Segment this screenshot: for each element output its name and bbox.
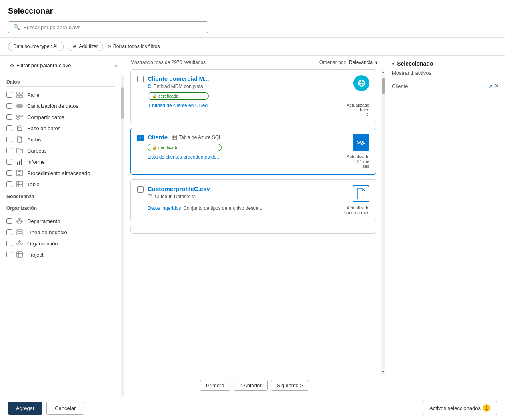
pipeline-label: Canalización de datos <box>27 103 78 109</box>
card2-checkbox[interactable] <box>137 135 144 141</box>
sidebar-item-org[interactable]: Organización <box>6 238 115 249</box>
card3-meta-label: Actualizado <box>344 205 369 210</box>
project-checkbox[interactable] <box>6 252 12 257</box>
panel-checkbox[interactable] <box>6 92 12 98</box>
left-sidebar: ⊘ Filtrar por palabra clave « Datos Pane… <box>0 56 124 396</box>
sidebar-item-archivo[interactable]: Archivo <box>6 134 115 145</box>
archivo-icon <box>16 136 23 143</box>
card1-checkbox[interactable] <box>137 76 144 82</box>
informe-icon <box>16 158 23 165</box>
clear-filters-label: Borrar todos los filtros <box>113 44 160 49</box>
add-filter-button[interactable]: ⊕ Add filter <box>68 42 103 51</box>
keyword-filter-label: Filtrar por palabra clave <box>16 62 71 68</box>
cancelar-button[interactable]: Cancelar <box>46 402 84 415</box>
dept-checkbox[interactable] <box>6 218 12 224</box>
next-page-button[interactable]: Siguiente > <box>271 380 309 391</box>
sidebar-item-panel[interactable]: Panel <box>6 89 115 100</box>
sidebar-item-carpeta[interactable]: Carpeta <box>6 145 115 156</box>
share-checkbox[interactable] <box>6 114 12 120</box>
sidebar-item-project[interactable]: Project <box>6 249 115 260</box>
card3-conjunto: Conjunto de tipos de archivo desde... <box>183 205 262 211</box>
dept-icon <box>16 217 23 225</box>
card2-table-label: Tabla de Azure SQL <box>172 135 222 140</box>
result-card-3[interactable]: CustomerprofileC.csv Clued-in Dataset VI <box>130 179 376 221</box>
sidebar-item-informe[interactable]: Informe <box>6 156 115 167</box>
svg-rect-23 <box>17 221 18 222</box>
tabla-checkbox[interactable] <box>6 181 12 187</box>
pipeline-icon <box>16 102 23 109</box>
data-source-type-filter[interactable]: Data source type : All <box>8 42 64 51</box>
bottom-left: Agregar Cancelar <box>8 402 84 415</box>
svg-rect-38 <box>17 252 22 257</box>
card2-type-icon: SQL <box>353 134 369 151</box>
agregar-button[interactable]: Agregar <box>8 402 42 415</box>
card3-checkbox[interactable] <box>137 186 144 193</box>
svg-rect-31 <box>17 232 22 233</box>
proc-icon <box>16 169 23 177</box>
database-label: Base de datos <box>27 125 60 131</box>
card2-meta: Actualizado 21 me ses <box>347 154 369 169</box>
share-icon <box>16 113 23 121</box>
search-input[interactable] <box>23 24 203 30</box>
sidebar-item-share[interactable]: Compartir datos <box>6 111 115 123</box>
project-icon <box>16 251 23 258</box>
carpeta-checkbox[interactable] <box>6 148 12 153</box>
card3-meta: Actualizado hace un mes <box>344 205 369 215</box>
add-filter-label: Add filter <box>79 44 98 49</box>
linea-checkbox[interactable] <box>6 229 12 235</box>
database-icon <box>16 125 23 132</box>
card1-meta-label2: hace <box>347 107 369 112</box>
card1-meta-label: Actualizado <box>347 103 369 107</box>
clear-filters-button[interactable]: ⊘ Borrar todos los filtros <box>107 44 160 49</box>
keyword-filter-button[interactable]: ⊘ Filtrar por palabra clave <box>6 60 75 70</box>
proc-checkbox[interactable] <box>6 170 12 176</box>
svg-rect-4 <box>17 105 22 106</box>
scroll-up-arrow[interactable]: ▲ <box>381 70 385 74</box>
panel-icon <box>16 91 23 98</box>
gobernanza-section-title: Gobernanza <box>6 194 115 201</box>
org-checkbox[interactable] <box>6 241 12 246</box>
scroll-down-arrow[interactable]: ▼ <box>381 370 385 374</box>
proc-label: Procedimiento almacenado <box>27 170 90 176</box>
sort-dropdown-icon: ▼ <box>374 60 379 65</box>
card1-meta-value: 2 <box>347 112 369 117</box>
card2-badge: 🔒 certificado <box>148 144 222 151</box>
database-checkbox[interactable] <box>6 125 12 131</box>
remove-selected-icon[interactable]: × <box>495 82 499 90</box>
card3-ingeridos: Datos ingeridos <box>148 205 181 211</box>
svg-rect-30 <box>17 230 22 231</box>
sort-dropdown[interactable]: Relevancia ▼ <box>349 60 379 65</box>
card2-meta-value: 21 me <box>347 159 369 164</box>
sidebar-item-proc[interactable]: Procedimiento almacenado <box>6 167 115 179</box>
filter-bar: Data source type : All ⊕ Add filter ⊘ Bo… <box>0 38 505 56</box>
result-card-1[interactable]: Cliente comercial M... C Entidad MDM con… <box>130 69 376 123</box>
card1-subtitle: C Entidad MDM con pista <box>148 84 209 89</box>
first-page-button[interactable]: Primero <box>200 380 230 391</box>
informe-label: Informe <box>27 159 45 165</box>
result-card-2[interactable]: Cliente Tabla de Azure SQL 🔒 certi <box>130 128 376 175</box>
collapse-sidebar-button[interactable]: « <box>114 62 117 69</box>
sidebar-item-database[interactable]: Base de datos <box>6 123 115 134</box>
sidebar-item-dept[interactable]: Departamento <box>6 215 115 227</box>
informe-checkbox[interactable] <box>6 159 12 165</box>
sidebar-item-pipeline[interactable]: Canalización de datos <box>6 100 115 111</box>
external-link-icon[interactable]: ↗ <box>488 83 493 89</box>
tabla-label: Tabla <box>27 181 40 187</box>
right-panel-count: Mostrar 1 activos <box>392 70 499 76</box>
card1-badge: 🔒 certificada <box>148 92 209 100</box>
card2-description: Lista de clientes procedentes de... <box>148 154 220 160</box>
pipeline-checkbox[interactable] <box>6 103 12 109</box>
card1-badge-icon: 🔒 <box>152 94 157 98</box>
svg-rect-32 <box>17 234 22 235</box>
expand-icon[interactable]: » <box>392 61 395 67</box>
prev-page-button[interactable]: < Anterior <box>234 380 268 391</box>
organizacion-section-title: Organización <box>6 205 115 213</box>
card1-type-icon <box>353 75 369 91</box>
svg-rect-7 <box>20 115 22 117</box>
sidebar-item-tabla[interactable]: Tabla <box>6 179 115 190</box>
activos-seleccionados-button[interactable]: Activos seleccionados 1 <box>423 401 497 415</box>
panel-label: Panel <box>27 92 40 98</box>
card1-title: Cliente comercial M... <box>148 75 209 82</box>
archivo-checkbox[interactable] <box>6 137 12 142</box>
sidebar-item-linea[interactable]: Línea de negocio <box>6 227 115 238</box>
